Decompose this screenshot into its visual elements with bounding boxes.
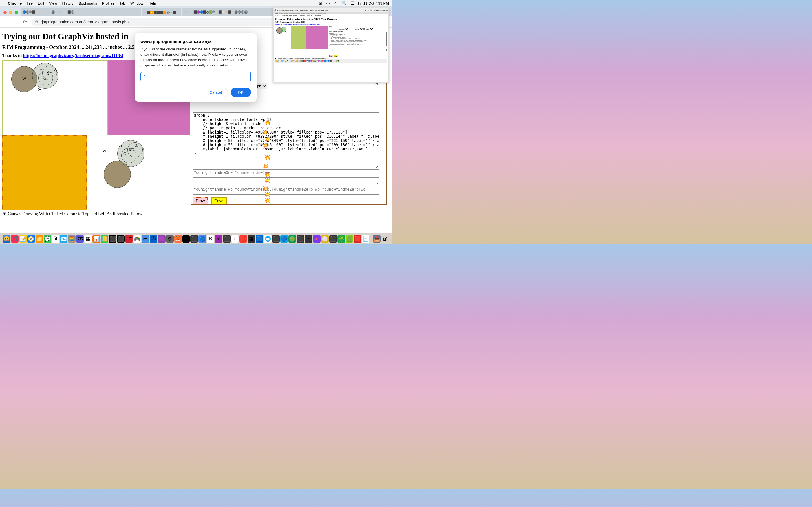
dock-app-icon[interactable]: 🟥 [354, 235, 361, 243]
dock-chrome-icon[interactable]: 🌐 [264, 235, 271, 243]
dock-appstore-icon[interactable]: Ⓐ [150, 235, 157, 243]
pip-thumbnail[interactable]: 🍎 Chrome File Edit View History Bookmark… [273, 7, 389, 83]
forward-button[interactable]: → [12, 19, 18, 24]
close-window-button[interactable] [3, 11, 7, 14]
menu-history[interactable]: History [62, 1, 73, 5]
dock-messages-icon[interactable]: 💬 [44, 235, 51, 243]
dock-finder-icon[interactable]: 😀 [3, 235, 10, 243]
screen-record-icon[interactable]: ◉ [319, 1, 322, 5]
minimize-window-button[interactable] [9, 11, 12, 14]
collision-icon: 💥 [264, 136, 270, 142]
graphviz-code-textarea[interactable]: graph V { node [shape=circle fontsize=12… [193, 112, 379, 168]
collision-icon: 💥 [264, 177, 270, 183]
zoom-window-button[interactable] [15, 11, 18, 14]
dock-calendar-icon[interactable]: 🗓 [52, 235, 59, 243]
venn-canvas-panel[interactable]: W Y X G XG [87, 135, 191, 210]
thanks-prefix: Thanks to [2, 53, 23, 58]
venn-preview-panel[interactable]: W Y X G XG ➤ [2, 60, 108, 135]
dock-app-icon[interactable]: 🔵 [199, 235, 206, 243]
dock-app-icon[interactable]: ⬛ [223, 235, 231, 243]
menu-bookmarks[interactable]: Bookmarks [79, 1, 97, 5]
dock-notes-icon[interactable]: 📝 [19, 235, 27, 243]
canvas-disclosure-row[interactable]: ▼ Canvas Drawing With Clicked Colour to … [2, 211, 389, 216]
dock-app-icon[interactable]: ⬛ [297, 235, 304, 243]
menu-profiles[interactable]: Profiles [102, 1, 114, 5]
tab-cluster-1[interactable]: 🔵©️Ⓖ⬛🔸🔸🔸🔸🔸©️🔸🔸🔸🔸⬛©️🔸 [21, 8, 141, 16]
dock-calendar-date-icon[interactable]: 11 [231, 235, 239, 243]
dock-app-icon[interactable]: 📒 [101, 235, 108, 243]
dock-app-icon[interactable]: ⬛ [272, 235, 280, 243]
menu-tab[interactable]: Tab [119, 1, 125, 5]
menu-edit[interactable]: Edit [38, 1, 44, 5]
dock-safari-icon[interactable]: 🧭 [28, 235, 35, 243]
dock-app-icon[interactable]: ⬛ [329, 235, 337, 243]
dialog-input[interactable] [140, 72, 251, 81]
dock-app-icon[interactable]: ⬛ [109, 235, 116, 243]
reload-button[interactable]: ⟳ [22, 19, 28, 24]
dock-app-icon[interactable]: 🧮 [68, 235, 75, 243]
circle-w-label: W [22, 77, 26, 81]
dock-app-icon[interactable]: ⬛ [190, 235, 198, 243]
dock-files-icon[interactable]: 📁 [36, 235, 43, 243]
control-center-icon[interactable]: ☰ [350, 1, 354, 5]
dock-app-icon[interactable]: ⚙ [166, 235, 174, 243]
save-button[interactable]: Save [211, 198, 227, 204]
dialog-ok-button[interactable]: OK [231, 88, 251, 97]
label-g-2: G [123, 152, 126, 156]
gold-region[interactable] [2, 135, 87, 210]
dock-firefox-icon[interactable]: 🦊 [174, 235, 182, 243]
dock-app-icon[interactable]: 🟩 [346, 235, 353, 243]
thanks-link[interactable]: https://forum.graphviz.org/t/subset-diag… [23, 53, 123, 58]
dock-app-icon[interactable]: 📄 [362, 235, 369, 243]
dock-app-icon[interactable]: B [207, 235, 214, 243]
dock-terminal-icon[interactable]: ▪ [305, 235, 312, 243]
wifi-icon[interactable]: ᯤ [334, 1, 338, 5]
dock-mail-icon[interactable]: 📧 [60, 235, 67, 243]
cursor-icon: ➤ [38, 87, 41, 92]
dock-music-icon[interactable]: 🎵 [11, 235, 18, 243]
dock-app-icon[interactable]: ⭕ [239, 235, 247, 243]
menu-file[interactable]: File [27, 1, 33, 5]
dock-zoom-icon[interactable]: ▭ [142, 235, 149, 243]
menu-view[interactable]: View [49, 1, 57, 5]
dock-app-icon[interactable]: ▦ [248, 235, 255, 243]
app-name[interactable]: Chrome [8, 1, 22, 5]
battery-icon[interactable]: ▭ [326, 1, 330, 5]
dock-app-icon[interactable]: 🔵 [280, 235, 288, 243]
dock-app-icon[interactable]: 🟢 [289, 235, 296, 243]
site-settings-icon[interactable]: ⚙ [35, 20, 38, 24]
dock-app-icon[interactable]: 🟦 [256, 235, 263, 243]
dock-podcasts-icon[interactable]: 🎙 [215, 235, 222, 243]
collision-icon: 💥 [263, 163, 268, 169]
dock-trash-icon[interactable]: 🗑 [381, 235, 389, 243]
dock-app-icon[interactable]: 📊 [93, 235, 100, 243]
pip-thanks: Thanks to https://forum.graphviz.org/t/s… [275, 24, 387, 25]
dock-launchpad-icon[interactable]: ▦ [84, 235, 92, 243]
dock-app-icon[interactable]: 🎮 [133, 235, 141, 243]
draw-button[interactable]: Draw [193, 198, 208, 204]
dialog-cancel-button[interactable]: Cancel [204, 88, 228, 97]
dock-app-icon[interactable]: 🗺 [76, 235, 84, 243]
dock-app-icon[interactable]: 🔺 [313, 235, 320, 243]
find-replace-blank-input[interactable] [193, 179, 379, 185]
dock-filezilla-icon[interactable]: Fz [125, 235, 133, 243]
find-replace-one-input[interactable] [193, 169, 379, 178]
back-button[interactable]: ← [3, 19, 8, 24]
menu-window[interactable]: Window [130, 1, 143, 5]
label-x: X [54, 67, 57, 72]
menubar-clock[interactable]: Fri 11 Oct 7:33 PM [358, 1, 389, 5]
dock-app-icon[interactable]: ⚪ [321, 235, 329, 243]
dock-app-icon[interactable]: 🟣 [158, 235, 165, 243]
collision-icon: 💥 [264, 198, 270, 203]
menu-help[interactable]: Help [149, 1, 156, 5]
dock-app-icon[interactable]: 🧩 [338, 235, 345, 243]
dock-app-icon[interactable]: ⬛ [117, 235, 124, 243]
search-icon[interactable]: 🔍 [342, 1, 347, 5]
collision-icon: 💥 [263, 186, 268, 191]
tab-cluster-2[interactable]: 🔸⬛▶️⬛⬛⬛🟧©️🔸⬛ [142, 8, 181, 16]
macos-dock: 😀 🎵 📝 🧭 📁 💬 🗓 📧 🧮 🗺 ▦ 📊 📒 ⬛ ⬛ Fz 🎮 ▭ Ⓐ 🟣… [0, 233, 392, 244]
dock-appletv-icon[interactable]: tv [183, 235, 190, 243]
dock-downloads-icon[interactable]: 📥 [373, 235, 380, 243]
find-replace-two-input[interactable] [193, 186, 379, 194]
dialog-host: www.rjmprogramming.com.au says [140, 39, 251, 44]
